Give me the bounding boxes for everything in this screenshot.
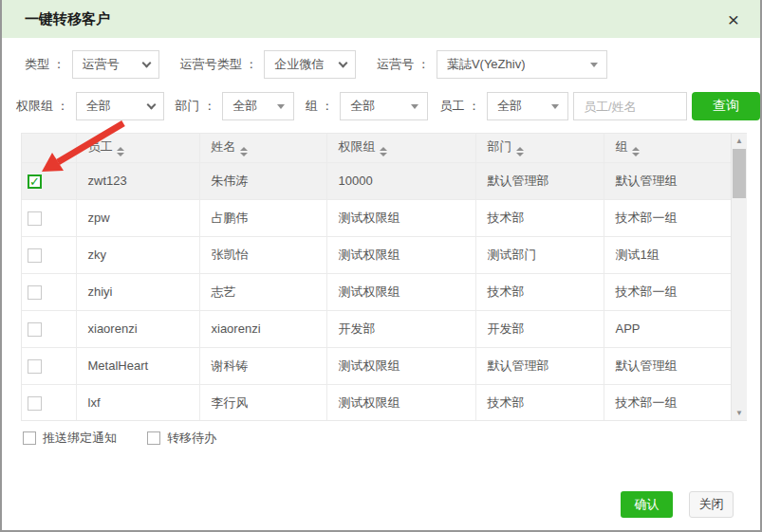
cell-perm-group: 开发部 (326, 310, 475, 347)
bottom-options: ✓ 推送绑定通知 ✓ 转移待办 (23, 430, 760, 447)
cell-staff: zhiyi (76, 273, 199, 310)
cell-group: 默认管理组 (604, 162, 732, 199)
cell-name: 李行风 (199, 384, 326, 421)
header-perm-group-label: 权限组 (339, 139, 376, 154)
transfer-todo-option[interactable]: ✓ 转移待办 (147, 430, 216, 447)
group-select[interactable]: 全部 (340, 92, 428, 120)
push-bind-notice-checkbox[interactable]: ✓ (23, 431, 36, 445)
staff-table: 员工 姓名 权限组 部门 组 ✓ zwt123 朱伟涛 10000 默认管理部 … (22, 134, 733, 421)
sort-icon[interactable] (117, 147, 124, 156)
header-staff[interactable]: 员工 (76, 134, 199, 162)
row-checkbox[interactable]: ✓ (28, 396, 42, 411)
scrollbar-down-icon[interactable]: ▼ (732, 406, 747, 420)
header-perm-group[interactable]: 权限组 (326, 134, 475, 162)
account-select[interactable]: 葉誌V(YeZhiv) (437, 50, 607, 79)
account-select-value: 葉誌V(YeZhiv) (447, 56, 526, 73)
cell-department: 默认管理部 (475, 162, 604, 199)
transfer-todo-checkbox[interactable]: ✓ (147, 431, 160, 445)
cell-perm-group: 测试权限组 (326, 347, 475, 384)
sort-icon[interactable] (380, 147, 387, 156)
row-checkbox[interactable]: ✓ (28, 285, 42, 300)
close-button[interactable]: 关闭 (689, 491, 734, 518)
dialog-footer: 确认 关闭 (621, 491, 734, 518)
header-staff-label: 员工 (88, 139, 113, 154)
perm-group-select[interactable]: 全部 (76, 92, 164, 120)
cell-name: 谢科铸 (199, 347, 326, 384)
group-label: 组 ： (306, 98, 334, 115)
staff-select[interactable]: 全部 (487, 92, 568, 120)
type-select-value: 运营号 (83, 56, 120, 73)
table-scrollbar[interactable]: ▲ ▼ (731, 134, 747, 420)
header-group[interactable]: 组 (604, 134, 732, 162)
caret-down-icon (551, 104, 559, 109)
push-bind-notice-option[interactable]: ✓ 推送绑定通知 (23, 430, 117, 447)
cell-group: 技术部一组 (604, 273, 732, 310)
cell-staff: zwt123 (76, 162, 199, 199)
caret-down-icon (277, 104, 285, 109)
row-checkbox[interactable]: ✓ (28, 322, 42, 337)
account-type-label: 运营号类型 ： (180, 56, 258, 73)
scrollbar-thumb[interactable] (733, 149, 746, 198)
cell-staff: lxf (76, 384, 199, 421)
query-button[interactable]: 查询 (692, 92, 760, 120)
dialog-title: 一键转移客户 (25, 10, 110, 28)
header-group-label: 组 (616, 139, 628, 154)
sort-icon[interactable] (632, 147, 640, 156)
sort-icon[interactable] (516, 147, 524, 156)
cell-perm-group: 测试权限组 (326, 273, 475, 310)
department-select[interactable]: 全部 (222, 92, 293, 120)
table-row: ✓ zpw 占鹏伟 测试权限组 技术部 技术部一组 (22, 199, 732, 236)
chevron-down-icon (339, 58, 348, 67)
push-bind-notice-label: 推送绑定通知 (43, 430, 117, 447)
chevron-down-icon (141, 58, 151, 67)
staff-name-input[interactable] (573, 92, 687, 120)
row-checkbox-cell: ✓ (22, 199, 76, 236)
cell-perm-group: 测试权限组 (326, 384, 475, 421)
header-name[interactable]: 姓名 (199, 134, 326, 162)
group-select-value: 全部 (350, 98, 375, 115)
cell-group: APP (604, 310, 732, 347)
staff-select-value: 全部 (497, 98, 522, 115)
cell-name: 朱伟涛 (199, 162, 326, 199)
row-checkbox-cell: ✓ (22, 162, 76, 199)
transfer-todo-label: 转移待办 (167, 430, 216, 447)
cell-staff: xiaorenzi (76, 310, 199, 347)
cell-staff: zpw (76, 199, 199, 236)
account-type-select[interactable]: 企业微信 (264, 50, 356, 79)
type-select[interactable]: 运营号 (72, 50, 159, 79)
cell-perm-group: 测试权限组 (326, 199, 475, 236)
table-row: ✓ xiaorenzi xiaorenzi 开发部 开发部 APP (22, 310, 732, 347)
dialog-titlebar: 一键转移客户 × (2, 0, 760, 38)
row-checkbox[interactable]: ✓ (28, 359, 42, 374)
cell-name: 占鹏伟 (199, 199, 326, 236)
sort-icon[interactable] (240, 147, 248, 156)
confirm-button[interactable]: 确认 (621, 491, 673, 518)
cell-name: 张凯怡 (199, 236, 326, 273)
row-checkbox[interactable]: ✓ (28, 174, 42, 189)
row-checkbox-cell: ✓ (22, 273, 76, 310)
cell-department: 技术部 (475, 199, 604, 236)
header-name-label: 姓名 (212, 139, 236, 154)
cell-name: xiaorenzi (199, 310, 326, 347)
cell-group: 技术部一组 (604, 199, 732, 236)
department-label: 部门 ： (176, 98, 216, 115)
cell-group: 默认管理组 (604, 347, 732, 384)
row-checkbox[interactable]: ✓ (28, 248, 42, 263)
cell-department: 技术部 (475, 273, 604, 310)
row-checkbox[interactable]: ✓ (28, 211, 42, 226)
cell-department: 测试部门 (475, 236, 604, 273)
table-row: ✓ zky 张凯怡 测试权限组 测试部门 测试1组 (22, 236, 732, 273)
account-label: 运营号 ： (377, 56, 430, 73)
cell-group: 测试1组 (604, 236, 732, 273)
cell-department: 开发部 (475, 310, 604, 347)
cell-department: 技术部 (475, 384, 604, 421)
close-icon[interactable]: × (728, 9, 739, 29)
staff-label: 员工 ： (439, 98, 480, 115)
table-row: ✓ MetalHeart 谢科铸 测试权限组 默认管理部 默认管理组 (22, 347, 732, 384)
staff-table-area: 员工 姓名 权限组 部门 组 ✓ zwt123 朱伟涛 10000 默认管理部 … (21, 133, 747, 421)
header-department[interactable]: 部门 (475, 134, 604, 162)
filter-row-2: 权限组 ： 全部 部门 ： 全部 组 ： 全部 员工 ： 全部 查询 (16, 92, 760, 120)
cell-staff: zky (76, 236, 199, 273)
scrollbar-up-icon[interactable]: ▲ (732, 134, 747, 148)
department-select-value: 全部 (232, 98, 257, 115)
